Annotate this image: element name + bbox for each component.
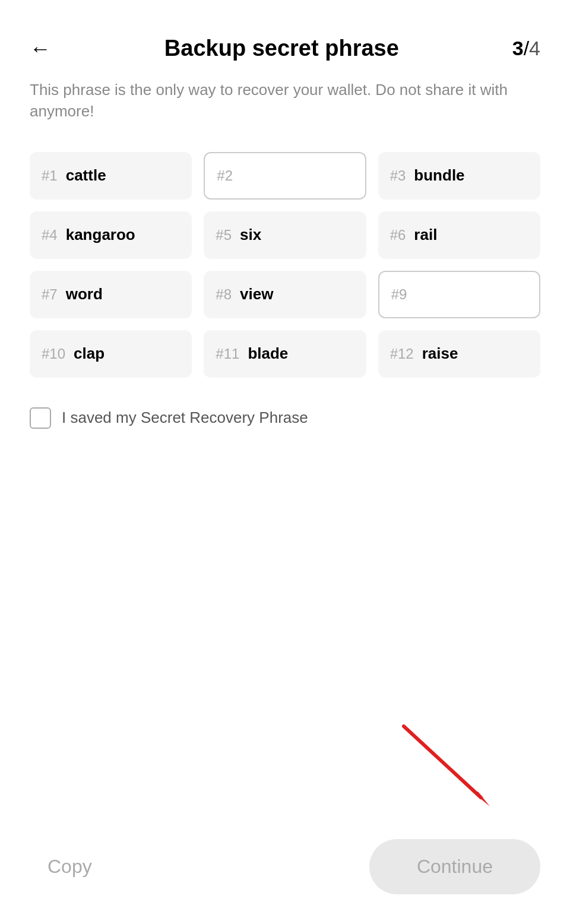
step-total: 4	[529, 37, 540, 59]
phrase-word-10: clap	[74, 344, 104, 363]
phrase-number-11: #11	[216, 346, 239, 362]
phrase-word-1: cattle	[66, 166, 106, 185]
phrase-word-12: raise	[422, 344, 458, 363]
phrase-word-5: six	[240, 226, 261, 244]
step-current: 3	[512, 37, 524, 59]
page-container: ← Backup secret phrase 3/4 This phrase i…	[0, 0, 570, 924]
phrase-grid: #1cattle#2#3bundle#4kangaroo#5six#6rail#…	[30, 152, 540, 378]
phrase-number-9: #9	[391, 286, 407, 303]
phrase-cell-8: #8view	[204, 271, 366, 318]
phrase-number-8: #8	[216, 286, 232, 303]
phrase-input-2[interactable]	[241, 167, 353, 184]
phrase-number-1: #1	[42, 167, 58, 184]
phrase-cell-10: #10clap	[30, 330, 192, 378]
phrase-word-4: kangaroo	[66, 226, 135, 244]
bottom-actions: Copy Continue	[30, 827, 540, 894]
phrase-cell-2[interactable]: #2	[204, 152, 366, 200]
phrase-number-2: #2	[217, 167, 233, 184]
back-button[interactable]: ←	[30, 38, 51, 59]
phrase-number-6: #6	[390, 227, 406, 243]
phrase-word-11: blade	[248, 344, 288, 363]
phrase-cell-4: #4kangaroo	[30, 211, 192, 259]
phrase-word-3: bundle	[414, 166, 464, 185]
copy-button[interactable]: Copy	[30, 844, 110, 890]
phrase-number-4: #4	[42, 227, 58, 243]
page-title: Backup secret phrase	[164, 36, 399, 61]
phrase-number-3: #3	[390, 167, 406, 184]
phrase-cell-6: #6rail	[378, 211, 540, 259]
subtitle-text: This phrase is the only way to recover y…	[30, 79, 540, 122]
phrase-cell-9[interactable]: #9	[378, 271, 540, 318]
phrase-input-9[interactable]	[415, 286, 527, 303]
phrase-number-12: #12	[390, 346, 414, 362]
step-indicator: 3/4	[512, 37, 540, 60]
phrase-cell-12: #12raise	[378, 330, 540, 378]
continue-button[interactable]: Continue	[369, 839, 540, 894]
phrase-number-5: #5	[216, 227, 232, 243]
phrase-number-10: #10	[42, 346, 65, 362]
checkbox-label: I saved my Secret Recovery Phrase	[62, 409, 308, 427]
step-separator: /	[524, 37, 529, 59]
phrase-word-8: view	[240, 285, 273, 303]
phrase-cell-3: #3bundle	[378, 152, 540, 200]
phrase-word-7: word	[66, 285, 103, 303]
phrase-word-6: rail	[414, 226, 437, 244]
phrase-cell-5: #5six	[204, 211, 366, 259]
phrase-cell-1: #1cattle	[30, 152, 192, 200]
header: ← Backup secret phrase 3/4	[30, 36, 540, 61]
checkbox-row: I saved my Secret Recovery Phrase	[30, 407, 540, 429]
save-phrase-checkbox[interactable]	[30, 407, 51, 429]
phrase-cell-7: #7word	[30, 271, 192, 318]
phrase-number-7: #7	[42, 286, 58, 303]
phrase-cell-11: #11blade	[204, 330, 366, 378]
